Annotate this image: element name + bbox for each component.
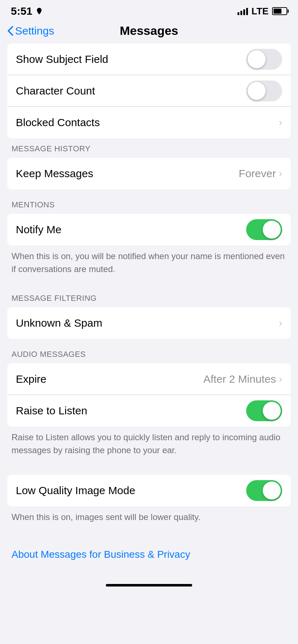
expire-value: After 2 Minutes › (203, 373, 282, 385)
blocked-contacts-label: Blocked Contacts (16, 116, 100, 129)
battery-icon (272, 7, 287, 15)
battery-fill (274, 9, 281, 14)
home-indicator (0, 578, 298, 591)
message-history-card: Keep Messages Forever › (7, 158, 291, 189)
unknown-spam-row[interactable]: Unknown & Spam › (7, 307, 291, 339)
notify-me-row: Notify Me (7, 214, 291, 245)
blocked-contacts-row[interactable]: Blocked Contacts › (7, 107, 291, 138)
low-quality-card: Low Quality Image Mode (7, 475, 291, 506)
keep-messages-row[interactable]: Keep Messages Forever › (7, 158, 291, 189)
mentions-section: MENTIONS Notify Me When this is on, you … (0, 200, 298, 283)
message-history-section: MESSAGE HISTORY Keep Messages Forever › (0, 144, 298, 189)
mentions-card: Notify Me (7, 214, 291, 245)
toggle-thumb (248, 82, 266, 100)
audio-messages-label: AUDIO MESSAGES (0, 350, 298, 359)
message-history-label: MESSAGE HISTORY (0, 144, 298, 153)
raise-to-listen-description: Raise to Listen allows you to quickly li… (0, 427, 298, 464)
footer-link[interactable]: About Messages for Business & Privacy (0, 542, 298, 575)
toggle-thumb (248, 50, 266, 68)
mentions-label: MENTIONS (0, 200, 298, 210)
toggle-thumb (263, 402, 281, 420)
location-icon (35, 7, 43, 15)
keep-messages-value: Forever › (239, 167, 282, 180)
mentions-description: When this is on, you will be notified wh… (0, 245, 298, 283)
status-time: 5:51 (11, 5, 43, 17)
keep-messages-label: Keep Messages (16, 167, 93, 180)
message-filtering-section: MESSAGE FILTERING Unknown & Spam › (0, 294, 298, 339)
chevron-right-icon: › (279, 373, 282, 385)
message-filtering-label: MESSAGE FILTERING (0, 294, 298, 303)
low-quality-label: Low Quality Image Mode (16, 484, 135, 497)
raise-to-listen-label: Raise to Listen (16, 405, 87, 417)
show-subject-field-row: Show Subject Field (7, 43, 291, 75)
nav-bar: Settings Messages (0, 20, 298, 43)
lte-label: LTE (252, 6, 268, 17)
status-right: LTE (238, 6, 287, 17)
low-quality-section: Low Quality Image Mode When this is on, … (0, 475, 298, 531)
raise-to-listen-toggle[interactable] (246, 400, 282, 421)
show-subject-field-label: Show Subject Field (16, 53, 108, 65)
page-title: Messages (120, 24, 179, 38)
low-quality-description: When this is on, images sent will be low… (0, 506, 298, 531)
character-count-row: Character Count (7, 75, 291, 107)
top-section: Show Subject Field Character Count Block… (0, 43, 298, 138)
chevron-right-icon: › (279, 168, 282, 179)
chevron-right-icon: › (279, 117, 282, 128)
top-card: Show Subject Field Character Count Block… (7, 43, 291, 138)
audio-messages-section: AUDIO MESSAGES Expire After 2 Minutes › … (0, 350, 298, 464)
notify-me-label: Notify Me (16, 224, 62, 236)
show-subject-field-toggle[interactable] (246, 49, 282, 70)
low-quality-toggle[interactable] (246, 480, 282, 501)
chevron-left-icon (7, 26, 14, 36)
toggle-thumb (263, 482, 281, 500)
chevron-right-icon: › (279, 317, 282, 329)
back-button[interactable]: Settings (7, 25, 54, 37)
character-count-toggle[interactable] (246, 80, 282, 101)
toggle-thumb (263, 221, 281, 239)
message-filtering-card: Unknown & Spam › (7, 307, 291, 339)
notify-me-toggle[interactable] (246, 219, 282, 240)
audio-messages-card: Expire After 2 Minutes › Raise to Listen (7, 363, 291, 427)
unknown-spam-label: Unknown & Spam (16, 317, 102, 329)
expire-row[interactable]: Expire After 2 Minutes › (7, 363, 291, 395)
low-quality-row: Low Quality Image Mode (7, 475, 291, 506)
character-count-label: Character Count (16, 85, 95, 97)
raise-to-listen-row: Raise to Listen (7, 395, 291, 427)
signal-bars (238, 7, 248, 15)
status-bar: 5:51 LTE (0, 0, 298, 20)
expire-label: Expire (16, 373, 46, 385)
home-bar (106, 584, 192, 586)
